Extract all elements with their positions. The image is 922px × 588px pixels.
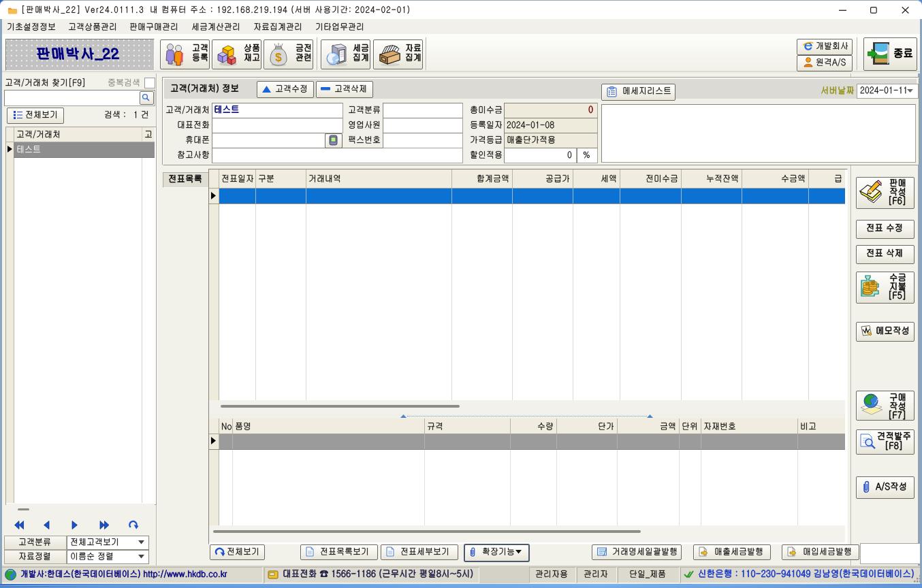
svg-text:$: $ [275, 51, 282, 64]
